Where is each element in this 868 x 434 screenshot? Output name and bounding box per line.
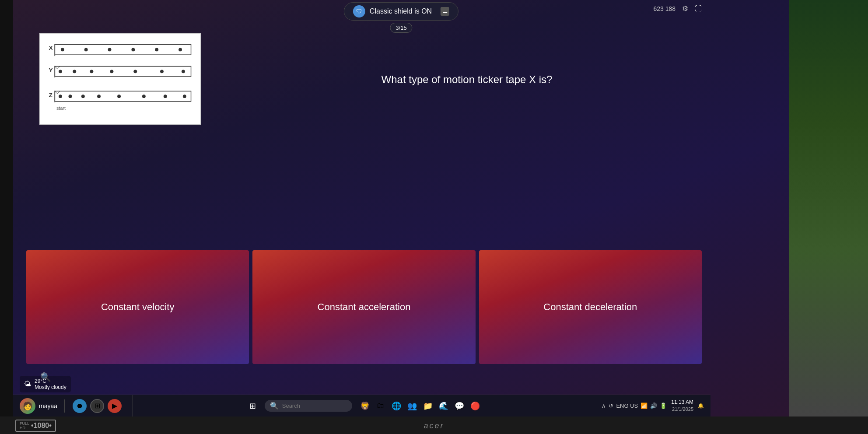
bottom-bezel: FULLHD •1080• acer bbox=[0, 416, 868, 434]
taskbar-icons: ⏺ ⊞ ▶ bbox=[68, 399, 126, 413]
progress-badge: 3/15 bbox=[390, 23, 412, 33]
battery-icon: 🔋 bbox=[660, 402, 667, 409]
clock-date: 21/1/2025 bbox=[671, 406, 693, 413]
wifi-icon: 📶 bbox=[640, 402, 648, 409]
taskbar-apps: 🦁 🗂 🌐 👥 📁 🌊 💬 🔴 bbox=[359, 400, 481, 412]
shield-icon: 🛡 bbox=[353, 5, 365, 18]
taskbar-center: ⊞ 🔍 🦁 🗂 🌐 👥 📁 🌊 💬 🔴 bbox=[133, 399, 595, 413]
svg-point-25 bbox=[117, 94, 121, 98]
question-text: What type of motion ticker tape X is? bbox=[232, 72, 702, 87]
notification-icon[interactable]: 🔔 bbox=[698, 403, 704, 409]
svg-point-26 bbox=[142, 94, 146, 98]
svg-point-3 bbox=[84, 48, 88, 52]
taskbar-icon-record[interactable]: ⏺ bbox=[73, 399, 87, 413]
time-display: 11:13 AM 21/1/2025 bbox=[671, 399, 693, 413]
svg-point-27 bbox=[164, 94, 167, 98]
avatar: 🧑 bbox=[20, 398, 35, 414]
answer-button-B[interactable]: Constant acceleration bbox=[252, 250, 475, 364]
svg-point-23 bbox=[81, 94, 85, 98]
right-edge bbox=[789, 0, 868, 416]
coordinates-display: 623 188 bbox=[653, 5, 676, 12]
svg-text:X: X bbox=[49, 45, 53, 51]
svg-point-4 bbox=[108, 48, 112, 52]
top-right-controls: 623 188 ⚙ ⛶ bbox=[653, 4, 702, 13]
app-icon-5[interactable]: 📁 bbox=[422, 400, 434, 412]
app-icon-7[interactable]: 💬 bbox=[453, 400, 466, 412]
app-icon-2[interactable]: 🗂 bbox=[374, 400, 387, 412]
svg-point-12 bbox=[73, 70, 76, 73]
svg-rect-20 bbox=[55, 91, 191, 101]
app-icon-6[interactable]: 🌊 bbox=[438, 400, 450, 412]
sys-tray: ∧ ↺ ENG US 📶 🔊 🔋 bbox=[602, 402, 667, 409]
taskbar-icon-play[interactable]: ▶ bbox=[108, 399, 122, 413]
app-icon-4[interactable]: 👥 bbox=[406, 400, 418, 412]
progress-text: 3/15 bbox=[396, 24, 406, 31]
acer-logo: acer bbox=[424, 421, 444, 430]
svg-point-17 bbox=[182, 70, 185, 73]
fullhd-badge: FULLHD •1080• bbox=[15, 420, 56, 432]
search-input[interactable] bbox=[282, 402, 343, 409]
svg-point-15 bbox=[133, 70, 137, 73]
temperature: 29°C bbox=[35, 378, 66, 384]
taskbar: 🧑 mayaa ⏺ ⊞ ▶ ⊞ 🔍 🦁 🗂 🌐 bbox=[13, 395, 710, 416]
app-icon-3[interactable]: 🌐 bbox=[390, 400, 402, 412]
chevron-up-icon[interactable]: ∧ bbox=[602, 402, 606, 409]
app-icon-1[interactable]: 🦁 bbox=[359, 400, 371, 412]
svg-point-22 bbox=[69, 94, 72, 98]
taskbar-right: ∧ ↺ ENG US 📶 🔊 🔋 11:13 AM 21/1/2025 🔔 bbox=[595, 399, 710, 413]
svg-point-13 bbox=[90, 70, 93, 73]
weather-info: 29°C Mostly cloudy bbox=[35, 378, 66, 390]
search-icon: 🔍 bbox=[270, 402, 279, 410]
fullhd-label: FULLHD bbox=[20, 421, 29, 430]
svg-point-21 bbox=[59, 94, 62, 98]
ticker-tape-container: X Y bbox=[39, 33, 201, 125]
svg-point-28 bbox=[183, 94, 186, 98]
top-bar: 🛡 Classic shield is ON ▬ 623 188 ⚙ ⛶ bbox=[13, 0, 789, 22]
svg-point-7 bbox=[178, 48, 182, 52]
taskbar-left: 🧑 mayaa ⏺ ⊞ ▶ bbox=[13, 395, 133, 416]
screen: 🛡 Classic shield is ON ▬ 623 188 ⚙ ⛶ 3/1… bbox=[13, 0, 789, 416]
answers-container: Constant velocity Constant acceleration … bbox=[26, 250, 702, 364]
resolution-label: •1080• bbox=[31, 422, 52, 430]
answer-button-C[interactable]: Constant deceleration bbox=[479, 250, 702, 364]
windows-start-button[interactable]: ⊞ bbox=[247, 399, 258, 413]
search-bar[interactable]: 🔍 bbox=[265, 400, 352, 412]
gear-icon[interactable]: ⚙ bbox=[682, 4, 688, 13]
clock-time: 11:13 AM bbox=[671, 399, 693, 406]
svg-text:Z: Z bbox=[49, 92, 52, 98]
svg-point-5 bbox=[131, 48, 135, 52]
language-label: ENG US bbox=[616, 402, 638, 409]
svg-point-24 bbox=[97, 94, 101, 98]
monitor-outer: 🛡 Classic shield is ON ▬ 623 188 ⚙ ⛶ 3/1… bbox=[0, 0, 868, 434]
svg-text:Y: Y bbox=[49, 67, 53, 74]
weather-widget: 🌤 29°C Mostly cloudy bbox=[20, 376, 71, 392]
shield-notification: 🛡 Classic shield is ON ▬ bbox=[344, 2, 458, 21]
weather-icon: 🌤 bbox=[24, 380, 31, 388]
username-label: mayaa bbox=[39, 402, 61, 410]
svg-text:start: start bbox=[56, 105, 66, 111]
shield-text: Classic shield is ON bbox=[370, 7, 432, 15]
expand-icon[interactable]: ⛶ bbox=[695, 5, 702, 13]
svg-point-16 bbox=[160, 70, 164, 73]
refresh-icon: ↺ bbox=[609, 402, 613, 409]
svg-point-2 bbox=[61, 48, 64, 52]
ticker-tape-svg: X Y bbox=[45, 38, 196, 119]
svg-point-6 bbox=[155, 48, 158, 52]
svg-point-14 bbox=[110, 70, 114, 73]
shield-close-button[interactable]: ▬ bbox=[441, 7, 449, 16]
weather-condition: Mostly cloudy bbox=[35, 384, 66, 390]
svg-point-11 bbox=[59, 70, 62, 73]
app-icon-8[interactable]: 🔴 bbox=[469, 400, 481, 412]
svg-rect-1 bbox=[55, 45, 191, 55]
taskbar-icon-grid[interactable]: ⊞ bbox=[90, 399, 104, 413]
answer-button-A[interactable]: Constant velocity bbox=[26, 250, 249, 364]
volume-icon: 🔊 bbox=[650, 402, 657, 409]
